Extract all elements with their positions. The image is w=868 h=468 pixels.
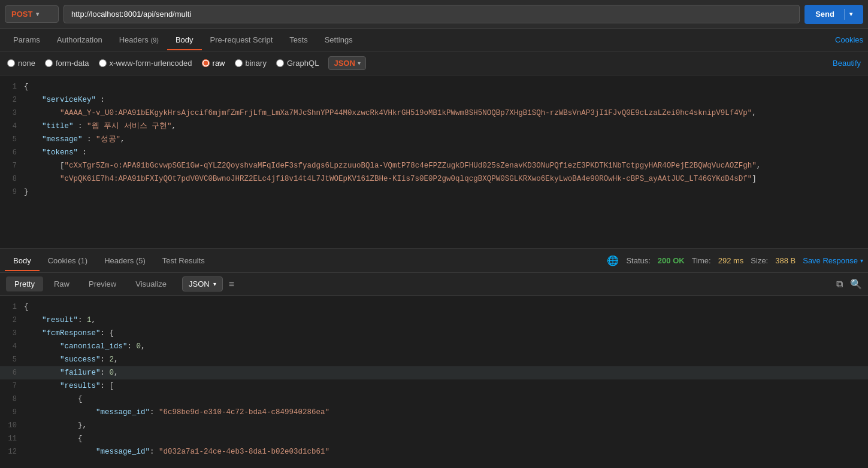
line-number: 8 <box>0 393 24 405</box>
response-code-line: 5 "success": 2, <box>0 353 868 366</box>
subtab-preview[interactable]: Preview <box>80 276 125 291</box>
response-tab-test-results[interactable]: Test Results <box>154 250 213 271</box>
response-body-editor[interactable]: 1{2 "result": 1,3 "fcmResponse": {4 "can… <box>0 296 868 463</box>
line-number: 6 <box>0 367 24 379</box>
request-code-line: 3 "AAAA_Y-v_U0:APA91bEKgykHrsAjccif6mjmf… <box>0 107 868 120</box>
line-content: "message_id": "6c98be9d-e310-4c72-bda4-c… <box>24 406 868 418</box>
response-code-line: 11 { <box>0 432 868 445</box>
beautify-button[interactable]: Beautify <box>833 59 861 68</box>
send-label: Send <box>815 10 839 19</box>
request-code-line: 1{ <box>0 80 868 93</box>
radio-raw[interactable]: raw <box>202 59 225 68</box>
response-code-line: 3 "fcmResponse": { <box>0 327 868 340</box>
tab-tests[interactable]: Tests <box>281 29 316 50</box>
line-content: }, <box>24 420 868 431</box>
radio-binary[interactable]: binary <box>235 59 267 68</box>
line-content: "message" : "성공", <box>24 133 868 145</box>
url-input[interactable] <box>63 5 800 23</box>
subtab-pretty[interactable]: Pretty <box>6 276 43 291</box>
request-tab-nav: Params Authorization Headers (9) Body Pr… <box>0 29 868 51</box>
line-number: 2 <box>0 94 24 106</box>
request-code-line: 8 "cVpQK6iE7h4:APA91bFXIyQOt7pdV0VC0Bwno… <box>0 172 868 186</box>
copy-icon[interactable]: ⧉ <box>836 279 843 290</box>
json-chevron-icon: ▾ <box>358 60 361 66</box>
response-tab-cookies[interactable]: Cookies (1) <box>40 250 96 271</box>
radio-form-data[interactable]: form-data <box>45 59 89 68</box>
line-number: 11 <box>0 433 24 445</box>
method-label: POST <box>11 10 32 19</box>
request-code-line: 4 "title" : "웹 푸시 서비스 구현", <box>0 120 868 133</box>
line-number: 5 <box>0 354 24 366</box>
line-content: "results": [ <box>24 380 868 392</box>
line-content: "canonical_ids": 0, <box>24 341 868 352</box>
line-content: } <box>24 186 868 198</box>
response-tab-headers[interactable]: Headers (5) <box>96 250 154 271</box>
line-content: "success": 2, <box>24 354 868 366</box>
response-sub-tabs: Pretty Raw Preview Visualize JSON ▾ ≡ ⧉ … <box>0 273 868 296</box>
request-body-editor[interactable]: 1{2 "serviceKey" :3 "AAAA_Y-v_U0:APA91bE… <box>0 75 868 249</box>
line-number: 1 <box>0 301 24 313</box>
line-content: "failure": 0, <box>24 367 868 379</box>
subtab-raw[interactable]: Raw <box>46 276 78 291</box>
tab-authorization[interactable]: Authorization <box>49 29 111 50</box>
line-content: { <box>24 301 868 313</box>
line-content: "tokens" : <box>24 147 868 159</box>
line-number: 12 <box>0 446 24 458</box>
send-divider <box>844 9 845 20</box>
search-icon[interactable]: 🔍 <box>850 278 862 290</box>
response-code-line: 6 "failure": 0, <box>0 366 868 379</box>
subtab-visualize[interactable]: Visualize <box>127 276 175 291</box>
save-response-chevron-icon: ▾ <box>860 257 863 264</box>
response-code-line: 8 { <box>0 393 868 406</box>
send-button[interactable]: Send ▾ <box>805 5 863 24</box>
line-number: 10 <box>0 420 24 431</box>
send-chevron-icon: ▾ <box>849 11 852 17</box>
response-code-line: 7 "results": [ <box>0 379 868 393</box>
line-number: 4 <box>0 341 24 352</box>
filter-icon[interactable]: ≡ <box>229 279 234 290</box>
tab-headers[interactable]: Headers (9) <box>111 29 167 50</box>
tab-pre-request[interactable]: Pre-request Script <box>202 29 282 50</box>
request-code-line: 2 "serviceKey" : <box>0 93 868 107</box>
request-code-line: 7 ["cXxTgr5Zm-o:APA91bGcvwpSGE1Gw-qYLZ2Q… <box>0 159 868 172</box>
status-time: 292 ms <box>718 256 744 265</box>
format-chevron-icon: ▾ <box>213 281 216 287</box>
response-code-line: 1{ <box>0 300 868 314</box>
method-select[interactable]: POST ▾ <box>5 5 59 23</box>
status-size: 388 B <box>775 256 796 265</box>
line-content: "cVpQK6iE7h4:APA91bFXIyQOt7pdV0VC0BwnoJH… <box>24 173 868 185</box>
response-tab-body[interactable]: Body <box>5 250 40 271</box>
response-format-dropdown[interactable]: JSON ▾ <box>182 276 223 291</box>
globe-icon[interactable]: 🌐 <box>607 255 619 266</box>
radio-none[interactable]: none <box>7 59 35 68</box>
headers-badge: (9) <box>150 37 158 44</box>
request-code-line: 5 "message" : "성공", <box>0 133 868 146</box>
line-number: 3 <box>0 107 24 119</box>
line-number: 7 <box>0 160 24 172</box>
cookies-link[interactable]: Cookies <box>835 35 863 44</box>
radio-urlencoded[interactable]: x-www-form-urlencoded <box>99 59 192 68</box>
save-response-button[interactable]: Save Response ▾ <box>803 256 863 265</box>
radio-graphql[interactable]: GraphQL <box>276 59 319 68</box>
tab-settings[interactable]: Settings <box>316 29 361 50</box>
line-number: 4 <box>0 120 24 132</box>
tab-params[interactable]: Params <box>5 29 49 50</box>
line-number: 9 <box>0 186 24 198</box>
json-format-dropdown[interactable]: JSON ▾ <box>328 56 365 70</box>
response-tab-nav: Body Cookies (1) Headers (5) Test Result… <box>0 249 868 273</box>
response-code-line: 4 "canonical_ids": 0, <box>0 340 868 353</box>
response-status-bar: 🌐 Status: 200 OK Time: 292 ms Size: 388 … <box>607 255 863 266</box>
response-code-line: 12 "message_id": "d032a7a1-24ce-4eb3-8da… <box>0 445 868 458</box>
response-code-line: 9 "message_id": "6c98be9d-e310-4c72-bda4… <box>0 406 868 419</box>
response-cookies-badge: (1) <box>78 256 87 265</box>
request-code-line: 9} <box>0 186 868 199</box>
line-number: 7 <box>0 380 24 392</box>
tab-body[interactable]: Body <box>167 29 202 50</box>
top-bar: POST ▾ Send ▾ <box>0 0 868 29</box>
body-type-bar: none form-data x-www-form-urlencoded raw… <box>0 51 868 75</box>
line-content: "fcmResponse": { <box>24 327 868 339</box>
line-number: 1 <box>0 81 24 93</box>
status-code: 200 OK <box>658 256 685 265</box>
line-content: { <box>24 433 868 445</box>
line-content: "message_id": "d032a7a1-24ce-4eb3-8da1-b… <box>24 446 868 458</box>
